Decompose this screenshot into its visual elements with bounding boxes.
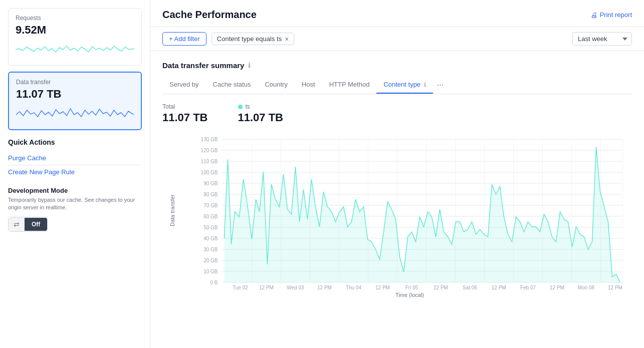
page-title: Cache Performance [162,9,257,21]
requests-sparkline [16,40,134,58]
toggle-off-button[interactable]: Off [25,218,47,231]
quick-actions-title: Quick Actions [8,138,142,146]
total-value: 11.07 TB [162,111,208,124]
svg-text:Sat 06: Sat 06 [463,285,477,289]
tab-served-by[interactable]: Served by [162,77,206,94]
print-label: Print report [600,11,632,19]
filter-tag-text: Content type equals ts [217,35,282,43]
tabs: Served by Cache status Country Host HTTP… [162,77,632,94]
svg-text:70 GB: 70 GB [203,203,218,208]
svg-text:60 GB: 60 GB [203,214,218,219]
svg-text:Mon 08: Mon 08 [578,285,595,289]
data-transfer-value: 11.07 TB [16,88,134,101]
svg-text:Feb 07: Feb 07 [520,285,536,289]
dev-mode-title: Development Mode [8,187,142,194]
svg-text:Wed 03: Wed 03 [287,285,304,289]
data-transfer-card: Data transfer 11.07 TB [8,72,142,130]
tab-http-method[interactable]: HTTP Method [322,77,377,94]
svg-text:12 PM: 12 PM [434,285,448,289]
svg-text:12 PM: 12 PM [550,285,564,289]
time-select-wrap: Last week Last 24 hours Last 48 hours La… [572,32,632,46]
ts-label: ts [238,103,284,110]
total-label: Total [162,103,208,110]
ts-stat: ts 11.07 TB [238,103,284,124]
chart-container: Data transfer 130 GB 120 GB [162,134,632,298]
section-header-title: Data transfer summary [162,61,244,70]
svg-text:12 PM: 12 PM [608,285,622,289]
tab-more-button[interactable]: ··· [433,77,448,94]
y-axis-label: Data transfer [169,206,175,226]
ts-label-text: ts [246,103,250,110]
svg-text:Thu 04: Thu 04 [346,285,362,289]
svg-text:130 GB: 130 GB [201,137,218,142]
filter-bar: + Add filter Content type equals ts × La… [150,27,644,51]
print-icon: 🖨 [590,11,597,19]
svg-text:20 GB: 20 GB [203,258,218,263]
data-transfer-sparkline [16,104,134,122]
section-header: Data transfer summary ℹ [162,61,632,70]
tab-country[interactable]: Country [258,77,295,94]
tab-cache-status[interactable]: Cache status [206,77,258,94]
tab-content-type-info: ℹ [424,82,426,88]
filter-tag-remove-button[interactable]: × [285,36,289,43]
svg-text:40 GB: 40 GB [203,236,218,241]
tab-content-type[interactable]: Content type ℹ [376,77,433,94]
ts-value: 11.07 TB [238,111,284,124]
content-area: Data transfer summary ℹ Served by Cache … [150,51,644,348]
ts-dot [238,105,243,109]
x-axis-label: Time (local) [187,292,632,298]
svg-text:12 PM: 12 PM [375,285,390,289]
main-header: Cache Performance 🖨 Print report [150,0,644,27]
svg-text:110 GB: 110 GB [201,159,218,164]
svg-text:50 GB: 50 GB [203,225,218,230]
svg-text:Fri 05: Fri 05 [405,285,418,289]
requests-label: Requests [16,15,134,22]
create-page-rule-link[interactable]: Create New Page Rule [8,165,142,179]
svg-text:90 GB: 90 GB [203,181,218,186]
svg-text:80 GB: 80 GB [203,192,218,197]
stats-row: Total 11.07 TB ts 11.07 TB [162,103,632,124]
svg-text:10 GB: 10 GB [203,269,218,274]
svg-text:12 PM: 12 PM [492,285,506,289]
toggle-icon-button[interactable]: ⇄ [9,217,25,231]
svg-text:12 PM: 12 PM [317,285,332,289]
svg-text:100 GB: 100 GB [201,170,218,175]
chart-svg: 130 GB 120 GB 110 GB 100 GB 90 GB 80 GB … [187,134,632,289]
dev-mode-toggle[interactable]: ⇄ Off [8,217,48,232]
purge-cache-link[interactable]: Purge Cache [8,151,142,165]
dev-mode-desc: Temporarily bypass our cache. See change… [8,196,142,212]
print-report-button[interactable]: 🖨 Print report [590,11,632,19]
requests-value: 9.52M [16,24,134,37]
svg-text:0 B: 0 B [210,280,218,285]
requests-card: Requests 9.52M [8,8,142,66]
data-transfer-label: Data transfer [16,79,134,86]
section-info-icon: ℹ [248,62,251,69]
svg-text:Tue 02: Tue 02 [233,285,248,289]
main-content: Cache Performance 🖨 Print report + Add f… [150,0,644,348]
svg-text:30 GB: 30 GB [203,247,218,252]
svg-text:120 GB: 120 GB [201,148,218,153]
tab-host[interactable]: Host [295,77,322,94]
svg-text:12 PM: 12 PM [259,285,274,289]
total-stat: Total 11.07 TB [162,103,208,124]
time-select[interactable]: Last week Last 24 hours Last 48 hours La… [572,32,632,46]
sidebar: Requests 9.52M Data transfer 11.07 TB Qu… [0,0,150,348]
add-filter-button[interactable]: + Add filter [162,32,206,46]
active-filter-tag: Content type equals ts × [211,33,295,45]
dev-mode-section: Development Mode Temporarily bypass our … [8,187,142,232]
